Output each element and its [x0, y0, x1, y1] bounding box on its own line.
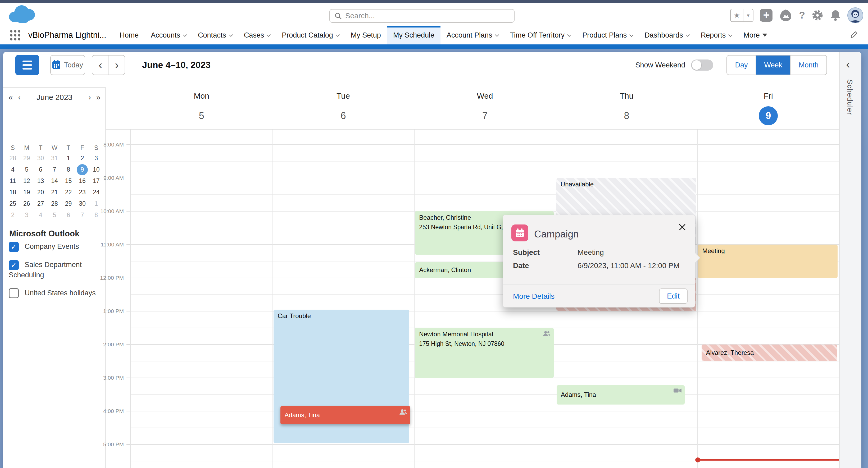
mini-weekday-label: S: [11, 144, 15, 152]
prev-year-icon[interactable]: «: [6, 93, 16, 102]
edit-button[interactable]: Edit: [659, 289, 688, 304]
mini-calendar-day[interactable]: 6: [35, 164, 46, 175]
day-header-fri[interactable]: Fri9: [698, 87, 839, 129]
mini-calendar-day[interactable]: 11: [7, 175, 18, 187]
mini-calendar-day[interactable]: 4: [7, 164, 18, 175]
next-month-icon[interactable]: ›: [86, 93, 94, 102]
mini-calendar-day[interactable]: 5: [49, 210, 60, 221]
app-name: vBioPharma Lightni...: [28, 30, 114, 40]
show-weekend-toggle[interactable]: [691, 60, 713, 71]
app-launcher-icon[interactable]: [10, 30, 20, 40]
tab-home[interactable]: Home: [114, 26, 145, 44]
day-header-wed[interactable]: Wed7: [414, 87, 556, 129]
mini-calendar-day[interactable]: 4: [35, 210, 46, 221]
view-day-button[interactable]: Day: [727, 56, 755, 74]
calendar-menu-button[interactable]: [16, 55, 39, 75]
favorites-caret-icon[interactable]: ▾: [743, 9, 753, 22]
setup-gear-icon[interactable]: [811, 9, 824, 22]
mini-calendar-day[interactable]: 30: [77, 198, 88, 209]
mini-calendar-day[interactable]: 25: [7, 198, 18, 209]
view-month-button[interactable]: Month: [790, 56, 827, 74]
tab-product-catalog[interactable]: Product Catalog: [276, 26, 345, 44]
mini-calendar-day[interactable]: 13: [35, 175, 46, 187]
salesforce-cloud-logo[interactable]: [9, 5, 36, 23]
mini-calendar-day[interactable]: 21: [49, 187, 60, 198]
mini-calendar-day[interactable]: 19: [21, 187, 32, 198]
prev-month-icon[interactable]: ‹: [16, 93, 23, 102]
mini-calendar-day[interactable]: 1: [63, 153, 74, 164]
mini-calendar-day[interactable]: 10: [91, 164, 102, 175]
day-header-tue[interactable]: Tue6: [273, 87, 414, 129]
mini-calendar-day[interactable]: 18: [7, 187, 18, 198]
checkbox-checked-icon[interactable]: ✓: [9, 242, 19, 252]
mini-calendar-day[interactable]: 29: [63, 198, 74, 209]
view-week-button[interactable]: Week: [755, 56, 790, 74]
mini-calendar-day[interactable]: 27: [35, 198, 46, 209]
search-input[interactable]: [345, 12, 509, 20]
mini-calendar-day[interactable]: 20: [35, 187, 46, 198]
checkbox-unchecked-icon[interactable]: [9, 288, 19, 298]
mini-calendar-day[interactable]: 5: [21, 164, 32, 175]
favorites-button-group[interactable]: ★ ▾: [730, 9, 753, 22]
mini-calendar-day[interactable]: 26: [21, 198, 32, 209]
mini-calendar-day[interactable]: 3: [91, 153, 102, 164]
event-alvarez-theresa[interactable]: Alvarez, Theresa: [702, 344, 837, 361]
event-adams-tina-thu[interactable]: Adams, Tina: [557, 385, 685, 405]
tab-dashboards[interactable]: Dashboards: [639, 26, 695, 44]
help-icon[interactable]: ?: [799, 10, 805, 21]
mini-calendar-day[interactable]: 3: [21, 210, 32, 221]
mini-calendar-day[interactable]: 28: [7, 153, 18, 164]
day-header-thu[interactable]: Thu8: [556, 87, 698, 129]
notifications-bell-icon[interactable]: [830, 9, 841, 22]
mini-calendar-day[interactable]: 17: [91, 175, 102, 187]
tab-my-schedule[interactable]: My Schedule: [387, 26, 440, 44]
mini-calendar-day[interactable]: 22: [63, 187, 74, 198]
event-newton-memorial-hospital[interactable]: Newton Memorial Hospital175 High St, New…: [415, 328, 554, 378]
mini-calendar-day[interactable]: 7: [77, 210, 88, 221]
day-header-mon[interactable]: Mon5: [131, 87, 273, 129]
checkbox-checked-icon[interactable]: ✓: [9, 260, 19, 270]
next-week-button[interactable]: ›: [108, 56, 125, 74]
event-meeting-fri[interactable]: Meeting: [698, 244, 838, 278]
tab-cases[interactable]: Cases: [238, 26, 276, 44]
tab-account-plans[interactable]: Account Plans: [440, 26, 504, 44]
tab-contacts[interactable]: Contacts: [192, 26, 238, 44]
tab-time-off-territory[interactable]: Time Off Territory: [504, 26, 577, 44]
mini-calendar-day[interactable]: 31: [49, 153, 60, 164]
favorites-star-icon[interactable]: ★: [731, 9, 743, 22]
global-search[interactable]: [329, 9, 515, 23]
mini-calendar-day[interactable]: 28: [49, 198, 60, 209]
user-avatar[interactable]: [847, 7, 863, 23]
mini-calendar-day[interactable]: 16: [77, 175, 88, 187]
pencil-icon[interactable]: [849, 30, 859, 40]
mini-calendar-day[interactable]: 6: [63, 210, 74, 221]
mini-calendar-day[interactable]: 24: [91, 187, 102, 198]
tab-product-plans[interactable]: Product Plans: [576, 26, 639, 44]
today-button[interactable]: Today: [50, 55, 85, 75]
mini-calendar-day[interactable]: 14: [49, 175, 60, 187]
tab-accounts[interactable]: Accounts: [145, 26, 192, 44]
tab-more[interactable]: More: [737, 26, 773, 44]
tab-reports[interactable]: Reports: [695, 26, 738, 44]
more-details-link[interactable]: More Details: [513, 292, 555, 301]
mini-calendar-day[interactable]: 8: [63, 164, 74, 175]
tab-my-setup[interactable]: My Setup: [345, 26, 387, 44]
mini-calendar-day[interactable]: 15: [63, 175, 74, 187]
next-year-icon[interactable]: »: [94, 93, 103, 102]
mini-calendar-day[interactable]: 30: [35, 153, 46, 164]
event-adams-tina-tue[interactable]: Adams, Tina: [280, 406, 411, 424]
global-add-button[interactable]: +: [760, 9, 773, 22]
mini-calendar-day[interactable]: 2: [7, 210, 18, 221]
scheduler-collapse-icon[interactable]: ‹: [846, 58, 850, 71]
close-icon[interactable]: [677, 222, 688, 232]
mini-calendar-day[interactable]: 29: [21, 153, 32, 164]
mini-calendar-day[interactable]: 12: [21, 175, 32, 187]
mini-calendar-day[interactable]: 9: [77, 164, 88, 175]
mini-calendar-day[interactable]: 7: [49, 164, 60, 175]
previous-week-button[interactable]: ‹: [92, 56, 108, 74]
mini-calendar-day[interactable]: 1: [91, 198, 102, 209]
week-grid[interactable]: UnavailableBeacher, Christine253 Newton …: [131, 130, 839, 468]
mini-calendar-day[interactable]: 2: [77, 153, 88, 164]
mini-calendar-day[interactable]: 23: [77, 187, 88, 198]
trailhead-icon[interactable]: [779, 9, 793, 22]
